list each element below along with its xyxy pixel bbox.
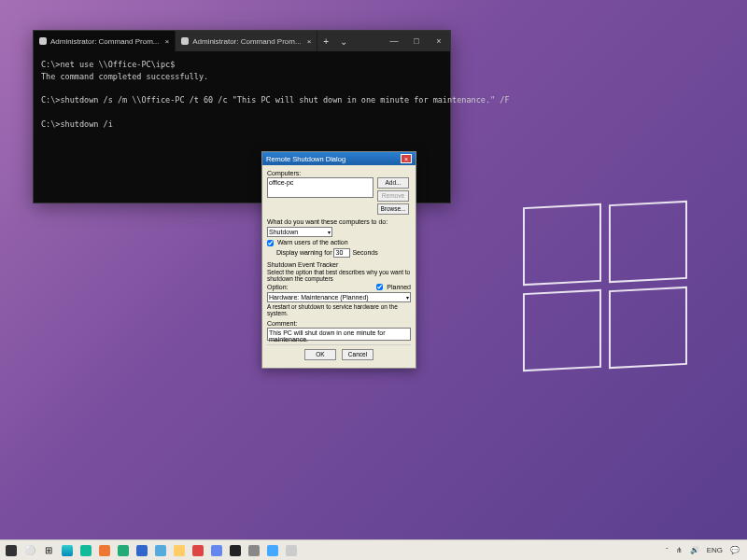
taskbar-app-icon[interactable]	[283, 542, 300, 559]
remove-button[interactable]: Remove	[377, 190, 409, 202]
tab-dropdown-icon[interactable]: ⌄	[334, 36, 353, 47]
close-icon[interactable]: ×	[401, 154, 412, 163]
system-tray[interactable]: ˆ ⋔ 🔊 ENG 💬	[664, 546, 745, 554]
action-select[interactable]: Shutdown	[267, 227, 332, 237]
warn-display-label: Display warning for	[276, 249, 332, 256]
taskbar-app-icon[interactable]	[190, 542, 206, 559]
close-icon[interactable]: ×	[307, 37, 312, 46]
ok-button[interactable]: OK	[304, 349, 336, 360]
terminal-icon[interactable]	[227, 542, 244, 559]
add-button[interactable]: Add...	[377, 177, 409, 189]
taskbar-app-icon[interactable]	[134, 542, 150, 559]
taskbar-app-icon[interactable]	[78, 542, 94, 559]
cancel-button[interactable]: Cancel	[342, 349, 374, 360]
action-label: What do you want these computers to do:	[267, 218, 411, 225]
reason-select[interactable]: Hardware: Maintenance (Planned)	[267, 292, 411, 302]
cmd-icon	[39, 37, 47, 45]
new-tab-button[interactable]: +	[317, 36, 334, 47]
minimize-button[interactable]: —	[383, 36, 405, 46]
warn-checkbox[interactable]	[267, 240, 274, 246]
windows-logo	[523, 205, 691, 373]
terminal-tab-2[interactable]: Administrator: Command Prom... ×	[176, 31, 317, 51]
explorer-icon[interactable]	[171, 542, 188, 559]
task-view-icon[interactable]: ⊞	[40, 542, 57, 559]
comment-label: Comment:	[267, 320, 411, 327]
edge-icon[interactable]	[59, 542, 76, 559]
computers-list[interactable]: office-pc	[267, 177, 374, 198]
browse-button[interactable]: Browse...	[377, 203, 409, 215]
taskbar-app-icon[interactable]	[152, 542, 169, 559]
taskbar-app-icon[interactable]	[264, 542, 281, 559]
remote-shutdown-dialog: Remote Shutdown Dialog × Computers: offi…	[261, 151, 416, 369]
search-icon[interactable]: ⚪	[21, 542, 38, 559]
taskbar-app-icon[interactable]	[208, 542, 225, 559]
computers-label: Computers:	[267, 170, 411, 176]
taskbar-app-icon[interactable]	[96, 542, 113, 559]
taskbar-app-icon[interactable]	[115, 542, 132, 559]
tray-overflow-icon[interactable]: ˆ	[664, 546, 670, 554]
start-button[interactable]	[3, 542, 20, 559]
tracker-title: Shutdown Event Tracker	[267, 261, 411, 268]
terminal-output[interactable]: C:\>net use \\Office-PC\ipc$ The command…	[34, 51, 450, 138]
option-label: Option:	[267, 284, 289, 290]
close-button[interactable]: ×	[428, 36, 450, 46]
seconds-label: Seconds	[352, 249, 377, 256]
comment-input[interactable]: This PC will shut down in one minute for…	[267, 328, 411, 341]
tab-label: Administrator: Command Prom...	[192, 37, 301, 46]
taskbar-app-icon[interactable]	[246, 542, 262, 559]
dialog-titlebar[interactable]: Remote Shutdown Dialog ×	[262, 152, 416, 165]
close-icon[interactable]: ×	[164, 37, 169, 46]
cmd-icon	[181, 37, 189, 45]
planned-checkbox[interactable]	[376, 284, 383, 290]
maximize-button[interactable]: □	[405, 36, 428, 46]
reason-desc: A restart or shutdown to service hardwar…	[267, 303, 411, 316]
notifications-icon[interactable]: 💬	[728, 546, 741, 554]
warn-label: Warn users of the action	[277, 239, 348, 245]
network-icon[interactable]: ⋔	[674, 546, 684, 554]
language-indicator[interactable]: ENG	[705, 546, 725, 554]
terminal-titlebar[interactable]: Administrator: Command Prom... × Adminis…	[34, 31, 450, 51]
terminal-tab-1[interactable]: Administrator: Command Prom... ×	[34, 31, 176, 51]
volume-icon[interactable]: 🔊	[688, 546, 701, 554]
warn-seconds-input[interactable]: 30	[333, 248, 350, 258]
planned-label: Planned	[387, 284, 411, 290]
tracker-desc: Select the option that best describes wh…	[267, 269, 411, 282]
tab-label: Administrator: Command Prom...	[50, 37, 159, 46]
dialog-title: Remote Shutdown Dialog	[266, 155, 345, 163]
taskbar[interactable]: ⚪ ⊞ ˆ ⋔ 🔊 ENG 💬	[0, 539, 747, 560]
